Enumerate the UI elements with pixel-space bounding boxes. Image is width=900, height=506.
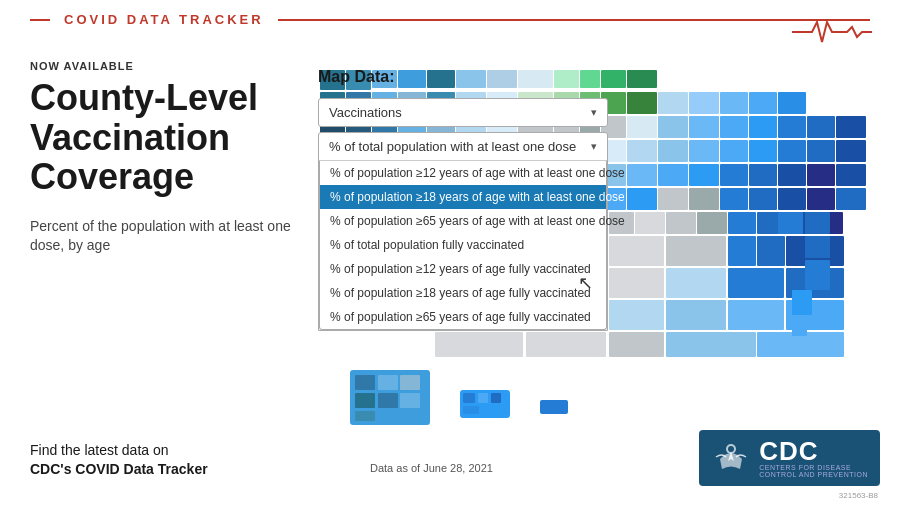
svg-rect-41 [627, 116, 657, 138]
svg-rect-44 [720, 116, 748, 138]
svg-rect-151 [805, 212, 830, 234]
dropdown-option-6[interactable]: % of population ≥65 years of age fully v… [320, 305, 606, 329]
svg-rect-26 [689, 92, 719, 114]
svg-rect-61 [658, 140, 688, 162]
header: COVID DATA TRACKER [0, 12, 900, 27]
subtitle: Percent of the population with at least … [30, 217, 300, 256]
svg-rect-171 [540, 400, 568, 414]
svg-rect-143 [728, 300, 784, 330]
svg-rect-27 [720, 92, 748, 114]
svg-rect-65 [778, 140, 806, 162]
svg-rect-160 [355, 393, 375, 408]
footer-line2: CDC's COVID Data Tracker [30, 460, 208, 480]
svg-rect-142 [666, 300, 726, 330]
svg-rect-147 [609, 332, 664, 357]
svg-rect-154 [792, 290, 812, 315]
svg-rect-102 [749, 188, 777, 210]
svg-rect-4 [398, 70, 426, 88]
svg-rect-159 [400, 375, 420, 390]
cdc-eagle-icon [711, 438, 751, 478]
cdc-logo: CDC CENTERS FOR DISEASECONTROL AND PREVE… [699, 430, 880, 486]
svg-rect-45 [749, 116, 777, 138]
svg-rect-104 [807, 188, 835, 210]
svg-rect-24 [627, 92, 657, 114]
svg-point-173 [728, 446, 734, 452]
svg-rect-129 [728, 236, 756, 266]
vaccinations-dropdown-box[interactable]: Vaccinations ▾ [318, 98, 608, 127]
cdc-text-block: CDC CENTERS FOR DISEASECONTROL AND PREVE… [759, 438, 868, 478]
svg-rect-155 [792, 316, 807, 336]
svg-rect-136 [666, 268, 726, 298]
svg-rect-29 [778, 92, 806, 114]
svg-rect-145 [435, 332, 523, 357]
cdc-text: CDC [759, 438, 818, 464]
svg-rect-47 [807, 116, 835, 138]
svg-rect-81 [689, 164, 719, 186]
svg-rect-150 [778, 212, 803, 234]
svg-rect-169 [463, 406, 479, 414]
svg-rect-157 [355, 375, 375, 390]
population-selected-text: % of total population with at least one … [329, 139, 576, 154]
svg-rect-166 [463, 393, 475, 403]
svg-rect-25 [658, 92, 688, 114]
cdc-subtext: CENTERS FOR DISEASECONTROL AND PREVENTIO… [759, 464, 868, 478]
svg-rect-163 [355, 411, 375, 421]
svg-rect-86 [836, 164, 866, 186]
svg-rect-43 [689, 116, 719, 138]
population-dropdown[interactable]: % of total population with at least one … [318, 132, 608, 331]
left-panel: NOW AVAILABLE County-LevelVaccinationCov… [30, 60, 300, 296]
pulse-icon [792, 17, 872, 47]
population-dropdown-selected[interactable]: % of total population with at least one … [319, 133, 607, 161]
svg-rect-46 [778, 116, 806, 138]
svg-rect-100 [689, 188, 719, 210]
svg-rect-6 [456, 70, 486, 88]
cdc-number: 321563-B8 [839, 491, 878, 500]
svg-rect-167 [478, 393, 488, 403]
svg-rect-105 [836, 188, 866, 210]
dropdown-option-4[interactable]: % of population ≥12 years of age fully v… [320, 257, 606, 281]
svg-rect-170 [482, 406, 494, 414]
svg-rect-128 [666, 236, 726, 266]
svg-rect-67 [836, 140, 866, 162]
svg-rect-158 [378, 375, 398, 390]
svg-rect-152 [805, 236, 830, 258]
header-line-right [278, 19, 870, 21]
svg-rect-101 [720, 188, 748, 210]
svg-rect-99 [658, 188, 688, 210]
vaccinations-label: Vaccinations [329, 105, 402, 120]
svg-rect-60 [627, 140, 657, 162]
dropdown-option-3[interactable]: % of total population fully vaccinated [320, 233, 606, 257]
svg-rect-8 [518, 70, 553, 88]
svg-rect-161 [378, 393, 398, 408]
dropdown-option-0[interactable]: % of population ≥12 years of age with at… [320, 161, 606, 185]
svg-rect-66 [807, 140, 835, 162]
population-dropdown-open[interactable]: % of total population with at least one … [318, 132, 608, 331]
svg-rect-135 [609, 268, 664, 298]
footer-text: Find the latest data on CDC's COVID Data… [30, 441, 208, 480]
data-date: Data as of June 28, 2021 [370, 462, 493, 474]
header-title: COVID DATA TRACKER [50, 12, 278, 27]
dropdown-option-1[interactable]: % of population ≥18 years of age with at… [320, 185, 606, 209]
dropdown-option-2[interactable]: % of population ≥65 years of age with at… [320, 209, 606, 233]
vaccinations-dropdown[interactable]: Vaccinations ▾ [318, 98, 608, 127]
svg-rect-162 [400, 393, 420, 408]
svg-rect-9 [554, 70, 579, 88]
svg-rect-5 [427, 70, 455, 88]
map-data-label: Map Data: [318, 68, 394, 86]
svg-rect-146 [526, 332, 606, 357]
header-line-left [30, 19, 50, 21]
now-available-label: NOW AVAILABLE [30, 60, 300, 72]
svg-rect-130 [757, 236, 785, 266]
dropdown-option-5[interactable]: % of population ≥18 years of age fully v… [320, 281, 606, 305]
svg-rect-62 [689, 140, 719, 162]
footer-line1: Find the latest data on [30, 441, 208, 461]
population-arrow: ▾ [591, 140, 597, 153]
svg-rect-141 [609, 300, 664, 330]
svg-rect-79 [627, 164, 657, 186]
svg-rect-117 [697, 212, 727, 234]
svg-rect-7 [487, 70, 517, 88]
main-title: County-LevelVaccinationCoverage [30, 78, 300, 197]
svg-rect-80 [658, 164, 688, 186]
svg-rect-118 [728, 212, 756, 234]
svg-rect-11 [601, 70, 626, 88]
